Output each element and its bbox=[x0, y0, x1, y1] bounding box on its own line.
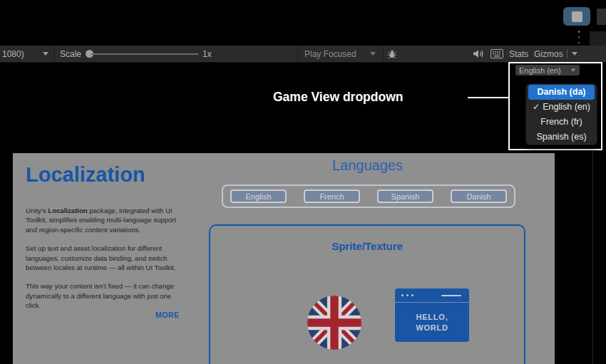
window-titlebar bbox=[395, 288, 469, 303]
window-bar-icon bbox=[441, 295, 461, 297]
hello-world-text: HELLO, WORLD bbox=[395, 312, 469, 333]
panel-edge bbox=[592, 150, 593, 364]
menu-item-danish[interactable]: Danish (da) bbox=[528, 85, 595, 100]
toolbar-divider bbox=[297, 46, 298, 62]
toolbar-divider bbox=[567, 49, 568, 58]
language-button-english[interactable]: English bbox=[230, 189, 287, 203]
mute-audio-icon[interactable] bbox=[473, 46, 484, 62]
stop-icon bbox=[572, 11, 582, 22]
chevron-down-icon[interactable] bbox=[370, 46, 376, 62]
game-content-page: Localization Unity’s Localization packag… bbox=[13, 153, 555, 364]
menu-item-english[interactable]: ✓ English (en) bbox=[528, 100, 595, 115]
language-buttons-group: English French Spanish Danish bbox=[222, 184, 515, 208]
debug-bug-icon[interactable] bbox=[387, 46, 397, 62]
chevron-down-icon[interactable] bbox=[43, 46, 48, 62]
intro-paragraph-2: Set up text and asset localization for d… bbox=[26, 244, 182, 272]
resolution-dropdown[interactable]: 1080) bbox=[2, 46, 24, 62]
chevron-down-icon bbox=[571, 68, 576, 71]
annotation-label: Game View dropdown bbox=[273, 90, 404, 105]
menu-item-spanish[interactable]: Spanish (es) bbox=[528, 129, 595, 144]
annotation-pointer-line bbox=[468, 97, 508, 98]
gizmos-button[interactable]: Gizmos bbox=[534, 46, 563, 62]
game-view-toolbar: 1080) Scale 1x Play Focused bbox=[0, 46, 606, 63]
window-dots-icon bbox=[401, 294, 414, 296]
more-link[interactable]: MORE bbox=[155, 311, 180, 319]
scale-value: 1x bbox=[202, 46, 212, 62]
hello-world-window: HELLO, WORLD bbox=[395, 288, 469, 342]
locale-dropdown-menu: Danish (da) ✓ English (en) French (fr) S… bbox=[525, 83, 597, 145]
scale-label: Scale bbox=[60, 46, 81, 62]
unity-game-view: 1080) Scale 1x Play Focused bbox=[0, 0, 606, 364]
intro-paragraph-1: Unity’s Localization package, integrated… bbox=[26, 206, 182, 234]
language-button-spanish[interactable]: Spanish bbox=[377, 189, 433, 203]
toolbar-edge-fragment bbox=[597, 9, 606, 25]
keyboard-icon[interactable] bbox=[491, 46, 503, 62]
menu-item-french[interactable]: French (fr) bbox=[528, 115, 595, 130]
languages-heading: Languages bbox=[209, 157, 526, 174]
locale-selected-label: English (en) bbox=[519, 66, 561, 75]
stop-button[interactable] bbox=[563, 7, 590, 26]
checkmark-icon: ✓ bbox=[533, 102, 540, 112]
intro-paragraph-3: This way your content isn’t fixed — it c… bbox=[26, 281, 182, 310]
uk-flag-icon bbox=[307, 296, 361, 350]
locale-dropdown-button[interactable]: English (en) bbox=[515, 65, 580, 76]
language-button-french[interactable]: French bbox=[304, 189, 360, 203]
sprite-texture-heading: Sprite/Texture bbox=[210, 240, 524, 252]
scale-slider-track[interactable] bbox=[91, 53, 198, 55]
language-button-danish[interactable]: Danish bbox=[451, 189, 507, 203]
panel-corner-fragment bbox=[590, 31, 606, 47]
sprite-texture-section: Sprite/Texture HELLO, WORL bbox=[209, 224, 525, 364]
toolbar-divider bbox=[383, 46, 384, 62]
page-title: Localization bbox=[26, 163, 145, 187]
intro-text: Unity’s Localization package, integrated… bbox=[26, 206, 182, 320]
toolbar-divider bbox=[54, 46, 55, 62]
chevron-down-icon[interactable] bbox=[572, 46, 577, 62]
kebab-menu-icon[interactable] bbox=[577, 31, 581, 43]
stats-button[interactable]: Stats bbox=[509, 46, 528, 62]
play-focused-dropdown[interactable]: Play Focused bbox=[304, 46, 356, 62]
